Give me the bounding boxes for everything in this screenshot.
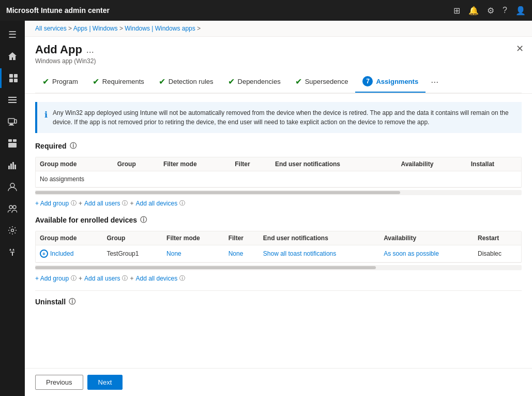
col-groupmode-required: Group mode bbox=[36, 157, 113, 171]
wizard-step-supersedence[interactable]: ✔ Supersedence bbox=[288, 71, 356, 93]
svg-point-21 bbox=[11, 229, 14, 232]
col-filter-avail: Filter bbox=[224, 231, 259, 245]
breadcrumb-allservices[interactable]: All services bbox=[35, 25, 67, 32]
wizard-step-requirements[interactable]: ✔ Requirements bbox=[85, 71, 151, 93]
wizard-more-button[interactable]: ··· bbox=[425, 71, 444, 93]
sidebar-item-allservices[interactable] bbox=[0, 90, 25, 110]
breadcrumb-appswindows[interactable]: Apps | Windows bbox=[73, 25, 118, 32]
uninstall-divider bbox=[35, 290, 522, 291]
sidebar-item-home[interactable] bbox=[0, 47, 25, 66]
panel-ellipsis-button[interactable]: ... bbox=[86, 45, 94, 55]
svg-rect-8 bbox=[10, 124, 13, 125]
notifications-link[interactable]: Show all toast notifications bbox=[263, 250, 336, 257]
required-add-group[interactable]: + Add group bbox=[35, 200, 69, 207]
filter-link[interactable]: None bbox=[229, 250, 244, 257]
table-row: + Included TestGroup1 None bbox=[36, 245, 521, 262]
table-row: No assignments bbox=[36, 171, 521, 187]
uninstall-info-icon[interactable]: ⓘ bbox=[69, 297, 75, 306]
check-icon-detection: ✔ bbox=[159, 77, 165, 86]
available-section: Available for enrolled devices ⓘ Group m… bbox=[25, 215, 532, 290]
available-add-group[interactable]: + Add group bbox=[35, 275, 69, 282]
col-install-required: Installat bbox=[467, 157, 521, 171]
svg-rect-9 bbox=[9, 125, 14, 126]
panel-subtitle: Windows app (Win32) bbox=[35, 57, 522, 65]
sidebar-item-settings[interactable] bbox=[0, 221, 25, 240]
available-add-alldevices[interactable]: Add all devices bbox=[135, 275, 177, 282]
svg-rect-13 bbox=[8, 143, 17, 148]
required-table: Group mode Group Filter mode Filter End … bbox=[36, 157, 521, 187]
required-table-inner: Group mode Group Filter mode Filter End … bbox=[36, 157, 521, 187]
available-add-allusers[interactable]: Add all users bbox=[84, 275, 120, 282]
wizard-step-label-program: Program bbox=[52, 78, 78, 85]
wizard-step-assignments[interactable]: 7 Assignments bbox=[355, 71, 425, 93]
question-icon[interactable]: ? bbox=[503, 6, 507, 15]
svg-rect-16 bbox=[12, 162, 14, 169]
check-icon-dependencies: ✔ bbox=[228, 77, 235, 86]
required-addgroup-info[interactable]: ⓘ bbox=[71, 199, 77, 207]
svg-rect-1 bbox=[14, 74, 18, 78]
required-table-scroll: Group mode Group Filter mode Filter End … bbox=[35, 157, 522, 188]
wizard-steps: ✔ Program ✔ Requirements ✔ Detection rul… bbox=[35, 71, 522, 93]
available-table-scroll: Group mode Group Filter mode Filter End … bbox=[35, 231, 522, 263]
col-filtermode-avail: Filter mode bbox=[162, 231, 224, 245]
user-icon[interactable]: 👤 bbox=[515, 6, 526, 16]
svg-rect-3 bbox=[14, 79, 18, 82]
svg-rect-14 bbox=[8, 166, 10, 169]
gear-icon[interactable]: ⚙ bbox=[487, 6, 494, 16]
bell-icon[interactable]: 🔔 bbox=[468, 6, 479, 16]
available-info-icon[interactable]: ⓘ bbox=[140, 215, 147, 225]
svg-rect-6 bbox=[8, 102, 17, 103]
wizard-step-dependencies[interactable]: ✔ Dependencies bbox=[221, 71, 288, 93]
required-add-alldevices[interactable]: Add all devices bbox=[135, 200, 177, 207]
required-add-allusers[interactable]: Add all users bbox=[84, 200, 120, 207]
breadcrumb-windowsapps[interactable]: Windows | Windows apps bbox=[125, 25, 195, 32]
col-groupmode-avail: Group mode bbox=[36, 231, 102, 245]
col-notifications-required: End user notifications bbox=[271, 157, 397, 171]
available-allusers-info[interactable]: ⓘ bbox=[122, 274, 128, 282]
sidebar-item-apps[interactable] bbox=[0, 134, 25, 153]
required-alldevices-info[interactable]: ⓘ bbox=[179, 199, 185, 207]
sidebar-item-reports[interactable] bbox=[0, 155, 25, 175]
cell-groupmode: + Included bbox=[36, 245, 102, 262]
included-link[interactable]: Included bbox=[50, 250, 73, 257]
previous-button[interactable]: Previous bbox=[35, 375, 83, 390]
uninstall-section-title: Uninstall ⓘ bbox=[35, 297, 522, 306]
title-bar: Microsoft Intune admin center ⊞ 🔔 ⚙ ? 👤 bbox=[0, 0, 532, 21]
svg-point-20 bbox=[13, 206, 16, 209]
page-title: Add App bbox=[35, 43, 82, 56]
available-alldevices-info[interactable]: ⓘ bbox=[179, 274, 185, 282]
breadcrumb: All services > Apps | Windows > Windows … bbox=[25, 21, 532, 37]
close-icon[interactable]: ✕ bbox=[516, 43, 524, 54]
included-badge: + Included bbox=[40, 250, 98, 258]
available-addgroup-info[interactable]: ⓘ bbox=[71, 274, 77, 282]
required-allusers-info[interactable]: ⓘ bbox=[122, 199, 128, 207]
required-info-icon[interactable]: ⓘ bbox=[70, 141, 77, 151]
col-filtermode-required: Filter mode bbox=[159, 157, 231, 171]
filtermode-link[interactable]: None bbox=[166, 250, 181, 257]
no-assignments-text: No assignments bbox=[36, 171, 521, 187]
col-availability-avail: Availability bbox=[379, 231, 474, 245]
wizard-step-program[interactable]: ✔ Program bbox=[35, 71, 85, 93]
sidebar-item-troubleshoot[interactable] bbox=[0, 242, 25, 262]
sidebar-item-users[interactable] bbox=[0, 177, 25, 197]
sidebar-item-dashboard[interactable] bbox=[0, 68, 25, 88]
availability-link[interactable]: As soon as possible bbox=[384, 250, 439, 257]
info-banner-text: Any Win32 app deployed using Intune will… bbox=[53, 108, 514, 127]
available-scrollbar[interactable] bbox=[35, 265, 522, 270]
grid-icon[interactable]: ⊞ bbox=[453, 6, 460, 16]
svg-rect-2 bbox=[9, 79, 13, 82]
sidebar-toggle[interactable]: ☰ bbox=[0, 25, 25, 45]
cell-filter: None bbox=[224, 245, 259, 262]
wizard-step-detection[interactable]: ✔ Detection rules bbox=[151, 71, 221, 93]
wizard-step-label-dependencies: Dependencies bbox=[238, 78, 281, 85]
next-button[interactable]: Next bbox=[87, 375, 123, 390]
check-icon-supersedence: ✔ bbox=[295, 77, 302, 86]
sidebar-item-groups[interactable] bbox=[0, 199, 25, 218]
required-scrollbar[interactable] bbox=[35, 190, 522, 195]
col-filter-required: Filter bbox=[231, 157, 271, 171]
uninstall-title-text: Uninstall bbox=[35, 298, 66, 306]
cell-availability: As soon as possible bbox=[379, 245, 474, 262]
info-icon: ℹ bbox=[44, 109, 48, 127]
sidebar-item-devices[interactable] bbox=[0, 112, 25, 131]
available-table-inner: Group mode Group Filter mode Filter End … bbox=[36, 231, 521, 262]
